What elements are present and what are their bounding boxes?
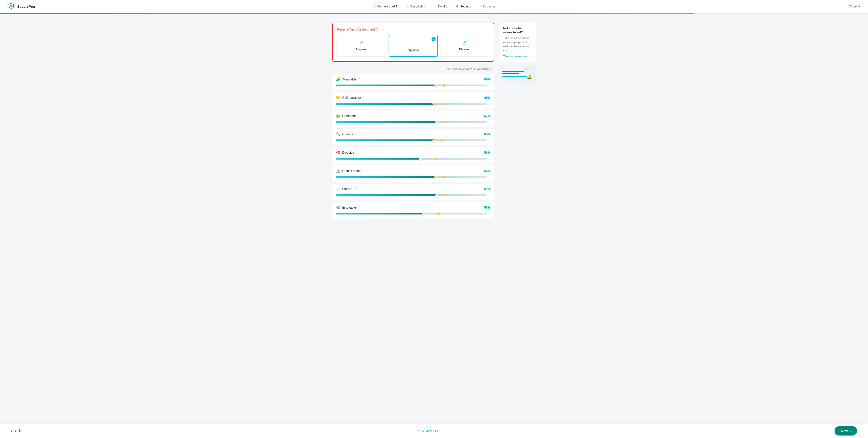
slider-fill-collaborative <box>336 103 434 105</box>
slider-thumb-curious[interactable] <box>432 139 436 142</box>
trait-name-row-detail-oriented: 🔬 Detail Oriented ? 66% <box>336 168 491 173</box>
trait-help-icon-curious[interactable]: ? <box>355 133 356 136</box>
slider-right-bg-detail-oriented <box>435 176 487 178</box>
disabled-icon: ✕ <box>463 39 467 45</box>
slider-thumb-efficient[interactable] <box>435 194 438 197</box>
slider-track-detail-oriented[interactable] <box>336 176 487 178</box>
back-button[interactable]: ‹ Back <box>11 429 21 433</box>
step-settings[interactable]: ⚙ Settings <box>456 4 471 8</box>
step-details-label: Details <box>438 5 447 8</box>
check-icon: ✓ <box>434 5 436 8</box>
progress-fill <box>0 13 694 13</box>
option-optional[interactable]: ✓ + Optional <box>389 35 438 57</box>
slider-track-innovative[interactable] <box>336 213 487 215</box>
trait-emoji-decisive: 🎯 <box>336 150 340 155</box>
close-button[interactable]: Close ✕ <box>848 4 861 8</box>
slider-track-adaptable[interactable] <box>336 85 487 86</box>
slider-right-bg-decisive <box>421 158 487 160</box>
trait-row-confident: 👑 Confident ? 67% › <box>332 111 494 127</box>
step-details[interactable]: ✓ Details <box>434 5 447 8</box>
slider-thumb-innovative[interactable] <box>422 212 425 215</box>
slider-row-confident: › <box>336 120 491 124</box>
trait-name-row-confident: 👑 Confident ? 67% <box>336 114 491 118</box>
slider-arrow-decisive[interactable]: › <box>489 157 491 160</box>
trait-help-icon-detail-oriented[interactable]: ? <box>365 169 367 173</box>
check-icon: ✓ <box>373 5 376 8</box>
step-connect[interactable]: ✓ Connect to ATS <box>373 5 397 8</box>
slider-fill-confident <box>336 121 437 123</box>
trait-emoji-innovative: ⚙️ <box>336 205 340 210</box>
slider-fill-detail-oriented <box>336 176 435 178</box>
trait-name-row-efficient: ☁️ Efficient ? 67% <box>336 187 491 191</box>
logo-icon <box>7 2 16 10</box>
slider-thumb-confident[interactable] <box>435 121 438 124</box>
sidebar-info: Not sure what values to set? Take the as… <box>500 23 536 415</box>
trait-pct-collaborative: 65% <box>484 96 491 99</box>
slider-thumb-detail-oriented[interactable] <box>434 176 437 179</box>
slider-track-curious[interactable] <box>336 139 487 141</box>
trait-name-left-detail-oriented: 🔬 Detail Oriented ? <box>336 168 367 173</box>
slider-row-curious: › <box>336 138 491 142</box>
slider-avg-confident <box>445 121 447 123</box>
slider-arrow-adaptable[interactable]: › <box>489 84 491 87</box>
trait-emoji-detail-oriented: 🔬 <box>336 168 340 173</box>
slider-thumb-adaptable[interactable] <box>434 84 437 87</box>
save-exit-button[interactable]: ✏ Save & Exit <box>417 429 438 433</box>
step-settings-label: Settings <box>460 5 471 8</box>
trait-help-icon-decisive[interactable]: ? <box>356 151 358 154</box>
option-disabled[interactable]: ✕ Disabled <box>440 35 489 57</box>
slider-arrow-curious[interactable]: › <box>489 138 491 142</box>
trait-help-icon-adaptable[interactable]: ? <box>358 78 360 81</box>
slider-fill-decisive <box>336 158 421 160</box>
trait-name-row-decisive: 🎯 Decisive ? 56% <box>336 150 491 155</box>
slider-track-collaborative[interactable] <box>336 103 487 105</box>
slider-avg-efficient <box>445 194 447 196</box>
slider-arrow-collaborative[interactable]: › <box>489 102 491 105</box>
trait-help-icon-efficient[interactable]: ? <box>355 188 357 191</box>
slider-arrow-efficient[interactable]: › <box>489 193 491 197</box>
next-button[interactable]: Next › <box>835 426 857 436</box>
info-card: Not sure what values to set? Take the as… <box>500 23 536 62</box>
trait-name-left-confident: 👑 Confident ? <box>336 114 359 118</box>
circle-icon: ● <box>480 5 481 8</box>
trait-row-adaptable: 🧩 Adaptable ? 66% › <box>332 74 494 90</box>
trait-name-collaborative: Collaborative <box>342 96 361 99</box>
slider-thumb-collaborative[interactable] <box>432 102 436 105</box>
trait-name-left-decisive: 🎯 Decisive ? <box>336 150 358 155</box>
progress-bar <box>0 13 868 13</box>
trait-help-icon-collaborative[interactable]: ? <box>363 96 364 99</box>
optional-icon: + <box>412 40 415 46</box>
slider-track-decisive[interactable] <box>336 158 487 160</box>
trait-name-efficient: Efficient <box>342 187 353 191</box>
slider-arrow-innovative[interactable]: › <box>489 212 491 215</box>
slider-right-bg-adaptable <box>435 85 487 86</box>
step-description[interactable]: ✓ Description <box>406 5 425 8</box>
take-assessment-link[interactable]: Take the assessment <box>503 55 529 58</box>
trait-help-icon-innovative[interactable]: ? <box>359 206 360 209</box>
trait-name-detail-oriented: Detail Oriented <box>342 169 363 173</box>
next-label: Next <box>841 429 848 433</box>
avg-indicator: Average score of all candidates ? <box>447 67 493 70</box>
slider-track-efficient[interactable] <box>336 194 487 196</box>
slider-row-detail-oriented: › <box>336 175 491 179</box>
trait-help-icon-confident[interactable]: ? <box>358 114 359 118</box>
step-targeting[interactable]: ● Targeting <box>480 5 495 8</box>
trait-name-confident: Confident <box>342 114 356 118</box>
info-desc: Take the assessment as an employer and w… <box>503 36 532 53</box>
trait-pct-adaptable: 66% <box>484 77 491 81</box>
trait-name-adaptable: Adaptable <box>342 77 356 81</box>
slider-arrow-detail-oriented[interactable]: › <box>489 175 491 179</box>
check-icon: ✓ <box>406 5 409 8</box>
slider-arrow-confident[interactable]: › <box>489 120 491 124</box>
slider-track-confident[interactable] <box>336 121 487 123</box>
trait-emoji-curious: 🔍 <box>336 132 340 136</box>
back-label: Back <box>14 429 21 433</box>
option-required[interactable]: ✳ Required <box>337 35 386 57</box>
illus-line-3 <box>502 76 527 77</box>
trait-name-curious: Curious <box>342 132 353 136</box>
slider-row-innovative: › <box>336 212 491 215</box>
avg-info-icon[interactable]: ? <box>492 67 493 70</box>
slider-thumb-decisive[interactable] <box>419 157 422 160</box>
save-exit-label: Save & Exit <box>422 429 438 433</box>
trait-name-row-innovative: ⚙️ Innovative ? 58% <box>336 205 491 210</box>
